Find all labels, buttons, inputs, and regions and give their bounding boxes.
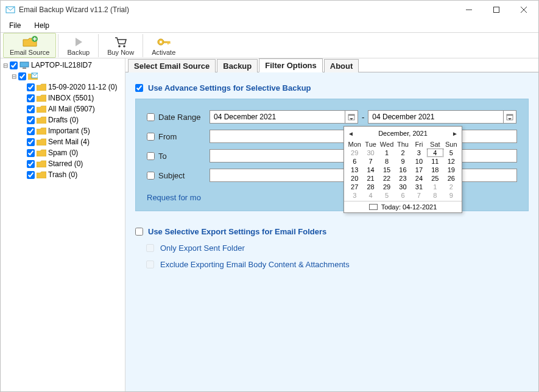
calendar-day[interactable]: 17 <box>411 166 427 174</box>
selective-export-checkbox[interactable] <box>135 228 143 236</box>
menu-file[interactable]: File <box>4 20 26 31</box>
calendar-day[interactable]: 29 <box>347 149 362 157</box>
calendar-day[interactable]: 23 <box>395 174 410 183</box>
date-to-picker-button[interactable] <box>503 110 516 124</box>
calendar-day[interactable]: 12 <box>443 157 459 166</box>
tree-root[interactable]: ⊟ LAPTOP-IL218ID7 <box>1 60 125 71</box>
calendar-day[interactable]: 13 <box>347 166 362 174</box>
menu-help[interactable]: Help <box>29 20 54 31</box>
tree-item[interactable]: Important (5) <box>1 125 125 136</box>
svg-rect-18 <box>348 114 354 116</box>
toolbar-email-source[interactable]: Email Source <box>3 33 56 58</box>
calendar-day[interactable]: 14 <box>362 166 378 174</box>
maximize-button[interactable] <box>482 1 510 18</box>
calendar-day[interactable]: 11 <box>427 157 443 166</box>
calendar-day[interactable]: 7 <box>411 191 427 200</box>
calendar-day[interactable]: 10 <box>411 157 427 166</box>
selective-export-header: Use Selective Export Settings for Email … <box>135 227 529 236</box>
calendar-day[interactable]: 5 <box>443 149 459 157</box>
toolbar-activate[interactable]: Activate <box>145 33 182 58</box>
calendar-day[interactable]: 30 <box>362 149 378 157</box>
calendar-day[interactable]: 20 <box>347 174 362 183</box>
tree-item[interactable]: 15-09-2020 11-12 (0) <box>1 82 125 93</box>
date-range-checkbox[interactable] <box>147 113 155 121</box>
calendar-day[interactable]: 4 <box>427 149 443 157</box>
calendar-day[interactable]: 28 <box>362 183 378 191</box>
tab-filter-options[interactable]: Filter Options <box>259 58 323 72</box>
collapse-icon[interactable]: ⊟ <box>2 62 9 69</box>
calendar-day[interactable]: 26 <box>443 174 459 183</box>
calendar-day[interactable]: 16 <box>395 166 410 174</box>
close-button[interactable] <box>510 1 537 18</box>
toolbar-label: Buy Now <box>107 49 134 56</box>
calendar-day[interactable]: 21 <box>362 174 378 183</box>
date-to-input[interactable] <box>368 110 503 124</box>
key-icon <box>157 35 171 49</box>
calendar-day[interactable]: 29 <box>379 183 395 191</box>
toolbar-backup[interactable]: Backup <box>60 33 96 58</box>
tree-checkbox[interactable] <box>27 94 35 102</box>
tree-checkbox[interactable] <box>27 138 35 146</box>
calendar-day[interactable]: 25 <box>427 174 443 183</box>
calendar-prev-button[interactable]: ◄ <box>348 130 354 137</box>
calendar-day[interactable]: 2 <box>443 183 459 191</box>
tree-checkbox[interactable] <box>27 83 35 91</box>
calendar-day[interactable]: 6 <box>395 191 410 200</box>
calendar-day[interactable]: 5 <box>379 191 395 200</box>
calendar-day[interactable]: 1 <box>427 183 443 191</box>
tree-checkbox[interactable] <box>18 72 26 80</box>
calendar-day[interactable]: 15 <box>379 166 395 174</box>
from-checkbox[interactable] <box>147 133 155 141</box>
calendar-day[interactable]: 31 <box>411 183 427 191</box>
tree-account[interactable]: ⊟ <box>1 71 125 82</box>
calendar-today-box-icon <box>369 204 378 210</box>
calendar-day[interactable]: 2 <box>395 149 410 157</box>
calendar-day[interactable]: 8 <box>379 157 395 166</box>
tree-item[interactable]: Starred (0) <box>1 158 125 169</box>
tree-checkbox[interactable] <box>27 105 35 113</box>
to-checkbox[interactable] <box>147 152 155 160</box>
tree-checkbox[interactable] <box>27 127 35 135</box>
tree-item-label: 15-09-2020 11-12 (0) <box>48 83 117 91</box>
calendar-day[interactable]: 7 <box>362 157 378 166</box>
tree-item[interactable]: Spam (0) <box>1 147 125 158</box>
calendar-footer[interactable]: Today: 04-12-2021 <box>344 201 462 212</box>
tree-checkbox[interactable] <box>27 116 35 124</box>
collapse-icon[interactable]: ⊟ <box>10 73 18 80</box>
calendar-day[interactable]: 6 <box>347 157 362 166</box>
only-sent-checkbox[interactable] <box>146 244 154 252</box>
toolbar-buy-now[interactable]: Buy Now <box>100 33 141 58</box>
tree-checkbox[interactable] <box>10 61 18 69</box>
calendar-day[interactable]: 9 <box>443 191 459 200</box>
calendar-day[interactable]: 19 <box>443 166 459 174</box>
tree-checkbox[interactable] <box>27 160 35 168</box>
calendar-day[interactable]: 3 <box>347 191 362 200</box>
calendar-day[interactable]: 30 <box>395 183 410 191</box>
calendar-day[interactable]: 3 <box>411 149 427 157</box>
tree-item[interactable]: INBOX (5501) <box>1 93 125 103</box>
calendar-day[interactable]: 24 <box>411 174 427 183</box>
subject-checkbox[interactable] <box>147 172 155 180</box>
calendar-day[interactable]: 18 <box>427 166 443 174</box>
calendar-day[interactable]: 8 <box>427 191 443 200</box>
date-from-input[interactable] <box>210 110 345 124</box>
tab-about[interactable]: About <box>324 59 359 72</box>
calendar-day[interactable]: 9 <box>395 157 410 166</box>
calendar-next-button[interactable]: ► <box>452 130 458 137</box>
calendar-day[interactable]: 27 <box>347 183 362 191</box>
tree-item[interactable]: Sent Mail (4) <box>1 136 125 147</box>
tree-checkbox[interactable] <box>27 149 35 157</box>
tree-item[interactable]: Trash (0) <box>1 169 125 180</box>
tab-backup[interactable]: Backup <box>217 59 258 72</box>
date-from-picker-button[interactable] <box>345 110 358 124</box>
tab-select-email-source[interactable]: Select Email Source <box>128 59 216 72</box>
tree-checkbox[interactable] <box>27 171 35 179</box>
calendar-day[interactable]: 1 <box>379 149 395 157</box>
calendar-day[interactable]: 4 <box>362 191 378 200</box>
calendar-day[interactable]: 22 <box>379 174 395 183</box>
exclude-body-checkbox[interactable] <box>146 261 154 268</box>
minimize-button[interactable] <box>455 1 482 18</box>
tree-item[interactable]: Drafts (0) <box>1 114 125 125</box>
tree-item[interactable]: All Mail (5907) <box>1 103 125 114</box>
advance-settings-checkbox[interactable] <box>135 84 143 92</box>
